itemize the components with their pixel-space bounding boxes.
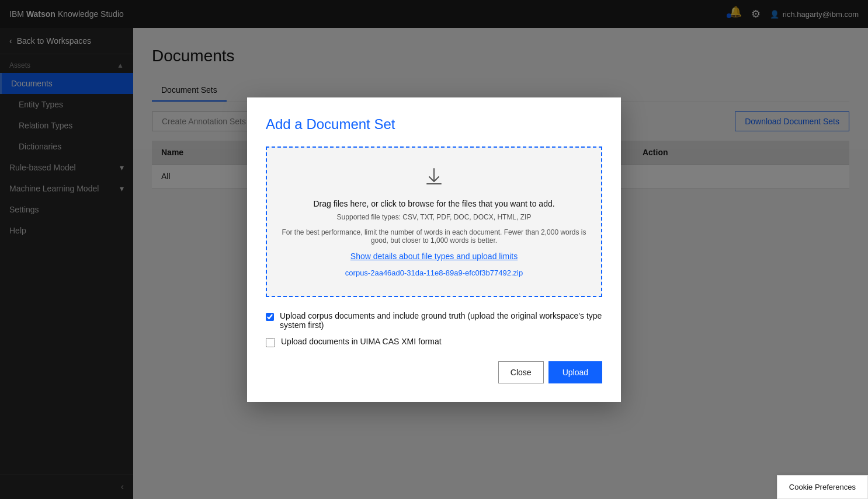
modal-overlay[interactable]: Add a Document Set Drag files here, or c… xyxy=(0,0,868,499)
dropzone-main-text: Drag files here, or click to browse for … xyxy=(281,199,587,208)
checkbox-uima-row: Upload documents in UIMA CAS XMI format xyxy=(266,337,602,347)
file-dropzone[interactable]: Drag files here, or click to browse for … xyxy=(266,146,602,297)
dropzone-link[interactable]: Show details about file types and upload… xyxy=(281,252,587,261)
upload-icon xyxy=(281,166,587,192)
modal-actions: Close Upload xyxy=(266,361,602,383)
uima-checkbox[interactable] xyxy=(266,338,275,347)
uima-label: Upload documents in UIMA CAS XMI format xyxy=(281,337,442,346)
close-button[interactable]: Close xyxy=(498,361,544,383)
modal-title: Add a Document Set xyxy=(266,116,602,132)
add-document-set-modal: Add a Document Set Drag files here, or c… xyxy=(247,97,621,402)
dropzone-supported-text: Supported file types: CSV, TXT, PDF, DOC… xyxy=(281,213,587,221)
cookie-preferences[interactable]: Cookie Preferences xyxy=(777,475,868,499)
ground-truth-checkbox[interactable] xyxy=(266,312,274,322)
checkbox-ground-truth-row: Upload corpus documents and include grou… xyxy=(266,311,602,330)
upload-button[interactable]: Upload xyxy=(548,361,602,383)
dropzone-performance-text: For the best performance, limit the numb… xyxy=(281,228,587,245)
ground-truth-label: Upload corpus documents and include grou… xyxy=(280,311,602,330)
dropzone-filename: corpus-2aa46ad0-31da-11e8-89a9-efc0f3b77… xyxy=(345,268,523,277)
